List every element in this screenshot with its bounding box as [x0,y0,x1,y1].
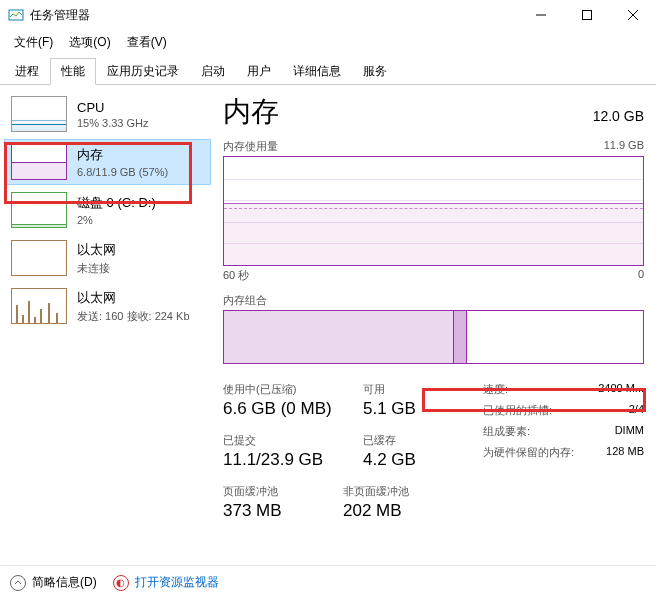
ethernet2-thumb-icon [11,288,67,324]
reserved-value: 128 MB [606,445,644,460]
cached-label: 已缓存 [363,433,453,448]
usage-chart-label: 内存使用量 [223,139,278,154]
tab-performance[interactable]: 性能 [50,58,96,85]
tab-services[interactable]: 服务 [352,58,398,85]
sidebar: CPU15% 3.33 GHz 内存6.8/11.9 GB (57%) 磁盘 0… [0,85,215,585]
avail-value: 5.1 GB [363,399,453,419]
in-use-label: 使用中(已压缩) [223,382,363,397]
main-panel: 内存 12.0 GB 内存使用量 11.9 GB 60 秒 0 内存组合 使用中… [215,85,656,585]
tabs: 进程 性能 应用历史记录 启动 用户 详细信息 服务 [0,57,656,85]
memory-total: 12.0 GB [593,108,644,124]
chart-x-right: 0 [638,268,644,283]
usage-chart-max: 11.9 GB [604,139,644,154]
page-title: 内存 [223,93,279,131]
sidebar-mem-title: 内存 [77,146,168,164]
tab-details[interactable]: 详细信息 [282,58,352,85]
slots-value: 2/4 [629,403,644,418]
tab-app-history[interactable]: 应用历史记录 [96,58,190,85]
speed-label: 速度: [483,382,508,397]
window-title: 任务管理器 [30,7,518,24]
footer: 简略信息(D) ◐ 打开资源监视器 [0,565,656,599]
paged-label: 页面缓冲池 [223,484,343,499]
resource-monitor-icon: ◐ [113,575,129,591]
sidebar-eth2-sub: 发送: 160 接收: 224 Kb [77,309,190,324]
sidebar-item-disk[interactable]: 磁盘 0 (C: D:)2% [4,187,211,233]
tab-processes[interactable]: 进程 [4,58,50,85]
cpu-thumb-icon [11,96,67,132]
memory-thumb-icon [11,144,67,180]
minimize-button[interactable] [518,0,564,30]
tab-startup[interactable]: 启动 [190,58,236,85]
speed-value: 2400 M... [598,382,644,397]
composition-label: 内存组合 [223,293,267,308]
ethernet-thumb-icon [11,240,67,276]
svg-rect-0 [9,10,23,20]
sidebar-eth1-title: 以太网 [77,241,116,259]
content: CPU15% 3.33 GHz 内存6.8/11.9 GB (57%) 磁盘 0… [0,85,656,585]
menubar: 文件(F) 选项(O) 查看(V) [0,30,656,55]
sidebar-eth2-title: 以太网 [77,289,190,307]
menu-view[interactable]: 查看(V) [121,32,173,53]
fewer-details-button[interactable]: 简略信息(D) [10,574,97,591]
form-value: DIMM [615,424,644,439]
svg-rect-2 [583,11,592,20]
disk-thumb-icon [11,192,67,228]
committed-value: 11.1/23.9 GB [223,450,363,470]
chevron-up-icon [10,575,26,591]
sidebar-cpu-sub: 15% 3.33 GHz [77,117,149,129]
window-controls [518,0,656,30]
sidebar-item-ethernet-1[interactable]: 以太网未连接 [4,235,211,281]
cached-value: 4.2 GB [363,450,453,470]
nonpaged-value: 202 MB [343,501,453,521]
sidebar-disk-sub: 2% [77,214,156,226]
reserved-label: 为硬件保留的内存: [483,445,574,460]
memory-composition-chart[interactable] [223,310,644,364]
form-label: 组成要素: [483,424,530,439]
titlebar: 任务管理器 [0,0,656,30]
app-icon [8,7,24,23]
paged-value: 373 MB [223,501,343,521]
tab-users[interactable]: 用户 [236,58,282,85]
sidebar-eth1-sub: 未连接 [77,261,116,276]
memory-usage-chart[interactable] [223,156,644,266]
maximize-button[interactable] [564,0,610,30]
sidebar-cpu-title: CPU [77,100,149,115]
close-button[interactable] [610,0,656,30]
slots-label: 已使用的插槽: [483,403,552,418]
chart-x-left: 60 秒 [223,268,249,283]
menu-file[interactable]: 文件(F) [8,32,59,53]
nonpaged-label: 非页面缓冲池 [343,484,453,499]
committed-label: 已提交 [223,433,363,448]
sidebar-item-ethernet-2[interactable]: 以太网发送: 160 接收: 224 Kb [4,283,211,329]
sidebar-disk-title: 磁盘 0 (C: D:) [77,194,156,212]
open-resource-monitor-link[interactable]: ◐ 打开资源监视器 [113,574,219,591]
stats-grid: 使用中(已压缩)6.6 GB (0 MB) 可用5.1 GB 已提交11.1/2… [223,382,644,535]
avail-label: 可用 [363,382,453,397]
sidebar-item-cpu[interactable]: CPU15% 3.33 GHz [4,91,211,137]
menu-options[interactable]: 选项(O) [63,32,116,53]
sidebar-item-memory[interactable]: 内存6.8/11.9 GB (57%) [4,139,211,185]
in-use-value: 6.6 GB (0 MB) [223,399,363,419]
sidebar-mem-sub: 6.8/11.9 GB (57%) [77,166,168,178]
